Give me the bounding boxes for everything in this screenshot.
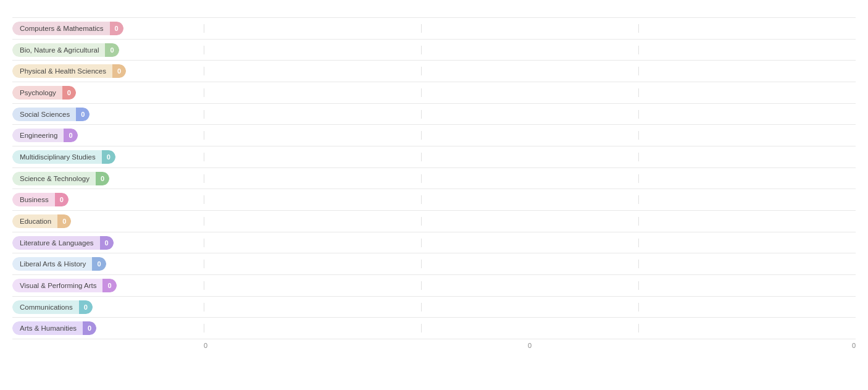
x-axis-label: 0 [528,342,532,349]
pill-label: Bio, Nature & Agricultural [12,43,105,57]
bar-row: Computers & Mathematics0 [12,17,856,40]
bar-row: Liberal Arts & History0 [12,253,856,275]
bar-graph-area [204,324,856,333]
pill-value: 0 [83,321,96,335]
pill-label: Arts & Humanities [12,321,83,335]
pill-value: 0 [110,22,123,35]
bar-pill: Multidisciplinary Studies0 [12,150,115,164]
pill-label: Social Sciences [12,108,76,121]
bar-graph-area [204,110,856,119]
x-axis-label: 0 [852,342,856,349]
bar-row: Business0 [12,189,856,211]
chart-container: Computers & Mathematics0Bio, Nature & Ag… [0,0,868,390]
pill-label: Engineering [12,129,64,142]
bar-label-area: Multidisciplinary Studies0 [12,148,204,166]
pill-value: 0 [112,64,126,78]
bar-label-area: Psychology0 [12,84,204,101]
bar-graph-area [204,88,856,97]
bar-label-area: Social Sciences0 [12,106,204,123]
bar-pill: Science & Technology0 [12,172,109,185]
bar-pill: Arts & Humanities0 [12,321,96,335]
bar-pill: Engineering0 [12,129,78,142]
bar-row: Arts & Humanities0 [12,318,856,339]
bar-graph-area [204,46,856,54]
bar-row: Literature & Languages0 [12,232,856,254]
bar-row: Social Sciences0 [12,104,856,125]
pill-label: Science & Technology [12,172,96,185]
bar-graph-area [204,239,856,247]
bar-label-area: Liberal Arts & History0 [12,255,204,273]
pill-label: Visual & Performing Arts [12,279,102,292]
pill-label: Physical & Health Sciences [12,64,112,78]
bar-pill: Education0 [12,214,71,228]
pill-value: 0 [92,257,106,271]
bar-row: Science & Technology0 [12,168,856,190]
pill-label: Psychology [12,86,62,100]
pill-value: 0 [102,150,115,164]
bar-pill: Bio, Nature & Agricultural0 [12,43,119,57]
pill-label: Education [12,214,57,228]
bar-row: Physical & Health Sciences0 [12,61,856,82]
bar-label-area: Literature & Languages0 [12,234,204,252]
pill-label: Multidisciplinary Studies [12,150,102,164]
pill-value: 0 [105,43,119,57]
bar-pill: Computers & Mathematics0 [12,22,123,35]
bar-pill: Business0 [12,193,69,206]
bar-row: Communications0 [12,297,856,318]
bar-label-area: Visual & Performing Arts0 [12,277,204,294]
pill-label: Computers & Mathematics [12,22,110,35]
bar-label-area: Business0 [12,191,204,208]
bar-pill: Communications0 [12,300,93,314]
pill-label: Communications [12,300,79,314]
bar-graph-area [204,303,856,312]
pill-value: 0 [62,86,76,100]
bar-row: Visual & Performing Arts0 [12,275,856,297]
pill-value: 0 [79,300,93,314]
bar-graph-area [204,131,856,140]
bar-label-area: Engineering0 [12,127,204,144]
x-axis-label: 0 [204,342,207,349]
pill-value: 0 [100,236,114,250]
bar-graph-area [204,281,856,290]
bar-pill: Physical & Health Sciences0 [12,64,126,78]
bar-graph-area [204,260,856,268]
bar-label-area: Science & Technology0 [12,170,204,187]
bar-graph-area [204,174,856,183]
bar-label-area: Bio, Nature & Agricultural0 [12,41,204,59]
pill-value: 0 [64,129,77,142]
pill-value: 0 [102,279,116,292]
pill-label: Liberal Arts & History [12,257,92,271]
pill-value: 0 [55,193,69,206]
bar-graph-area [204,153,856,161]
bar-graph-area [204,67,856,75]
pill-value: 0 [96,172,109,185]
bar-row: Education0 [12,211,856,232]
chart-area: Computers & Mathematics0Bio, Nature & Ag… [12,17,856,339]
pill-label: Business [12,193,55,206]
bar-label-area: Computers & Mathematics0 [12,20,204,37]
pill-label: Literature & Languages [12,236,100,250]
bar-label-area: Communications0 [12,299,204,316]
bar-label-area: Arts & Humanities0 [12,320,204,337]
bar-pill: Psychology0 [12,86,76,100]
x-axis: 000 [12,342,856,349]
bar-row: Engineering0 [12,125,856,146]
pill-value: 0 [76,108,90,121]
bar-pill: Literature & Languages0 [12,236,114,250]
bar-row: Psychology0 [12,82,856,104]
bar-label-area: Physical & Health Sciences0 [12,62,204,80]
bar-pill: Visual & Performing Arts0 [12,279,117,292]
bar-graph-area [204,217,856,226]
bar-label-area: Education0 [12,213,204,230]
bar-row: Bio, Nature & Agricultural0 [12,40,856,61]
pill-value: 0 [57,214,71,228]
bar-pill: Liberal Arts & History0 [12,257,106,271]
bar-pill: Social Sciences0 [12,108,90,121]
bar-graph-area [204,24,856,33]
bar-row: Multidisciplinary Studies0 [12,146,856,168]
bar-graph-area [204,195,856,204]
